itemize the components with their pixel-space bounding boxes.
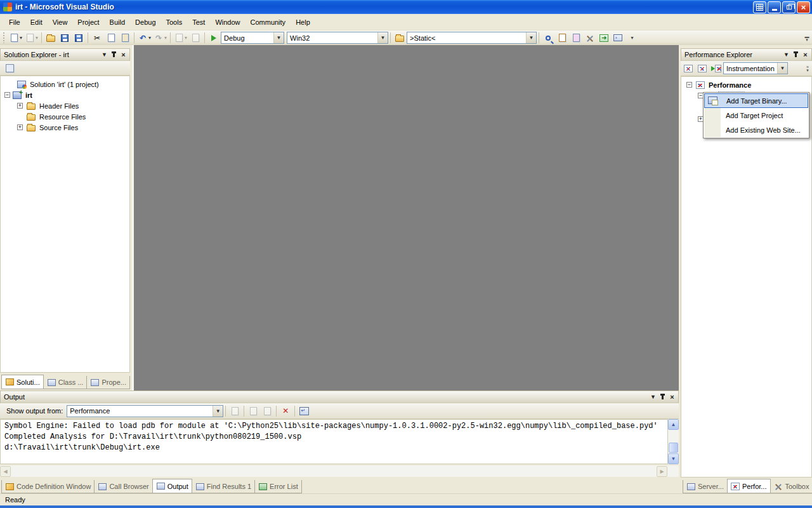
scroll-right-button[interactable]: ▶ bbox=[657, 466, 667, 477]
output-source-combo[interactable]: Performance ▼ bbox=[67, 405, 223, 417]
scrollbar-thumb[interactable] bbox=[669, 443, 678, 453]
tree-item-performance[interactable]: Performance bbox=[681, 79, 811, 90]
previous-message-button[interactable] bbox=[246, 404, 260, 418]
menu-build[interactable]: Build bbox=[105, 16, 130, 29]
chevron-down-icon[interactable]: ▼ bbox=[273, 32, 284, 43]
tree-item-resource-files[interactable]: Resource Files bbox=[1, 111, 129, 122]
chevron-down-icon[interactable]: ▼ bbox=[377, 32, 388, 43]
tab-solution-explorer[interactable]: Soluti... bbox=[1, 375, 44, 389]
new-project-button[interactable]: ▾ bbox=[8, 31, 23, 44]
tree-item-header-files[interactable]: Header Files bbox=[1, 100, 129, 111]
solution-platforms-combo[interactable]: Win32 ▼ bbox=[287, 32, 388, 44]
find-in-files-button[interactable] bbox=[393, 31, 407, 44]
menu-edit[interactable]: Edit bbox=[25, 16, 48, 29]
tab-call-browser[interactable]: Call Browser bbox=[94, 480, 152, 493]
menu-help[interactable]: Help bbox=[291, 16, 315, 29]
start-debugging-button[interactable] bbox=[207, 31, 221, 44]
start-page-button[interactable]: ➜ bbox=[597, 31, 611, 44]
close-button[interactable]: × bbox=[797, 1, 810, 13]
chevron-down-icon[interactable]: ▼ bbox=[213, 406, 223, 417]
expand-icon[interactable] bbox=[17, 124, 23, 130]
collapse-icon[interactable] bbox=[4, 92, 10, 98]
menu-community[interactable]: Community bbox=[246, 16, 291, 29]
toolbar-options-button[interactable]: ▬▾ bbox=[803, 35, 811, 41]
undo-button[interactable]: ↶▾ bbox=[136, 31, 152, 44]
toolbar-more-button[interactable]: ▾ bbox=[625, 31, 639, 44]
chevron-down-icon[interactable]: ▼ bbox=[526, 32, 536, 43]
collapse-icon[interactable] bbox=[686, 82, 692, 88]
menu-item-add-target-project[interactable]: Add Target Project bbox=[704, 108, 808, 123]
scroll-left-button[interactable]: ◀ bbox=[0, 466, 11, 477]
auto-hide-button[interactable] bbox=[791, 50, 801, 59]
next-message-button[interactable] bbox=[260, 404, 274, 418]
clear-all-button[interactable]: ✕ bbox=[278, 404, 292, 418]
tree-item-source-files[interactable]: Source Files bbox=[1, 122, 129, 133]
expand-icon[interactable] bbox=[17, 103, 23, 109]
navigate-forward-button[interactable] bbox=[188, 31, 202, 44]
paste-button[interactable] bbox=[118, 31, 132, 44]
minimize-button[interactable] bbox=[768, 1, 781, 13]
profiling-method-combo[interactable]: Instrumentation ▼ bbox=[723, 62, 788, 74]
new-performance-session-button[interactable] bbox=[695, 62, 709, 75]
close-panel-button[interactable]: × bbox=[119, 50, 128, 59]
find-combo[interactable]: >Static< ▼ bbox=[407, 32, 537, 44]
launch-with-profiling-button[interactable] bbox=[709, 62, 723, 75]
menu-item-add-existing-web-site[interactable]: Add Existing Web Site... bbox=[704, 123, 808, 137]
scroll-down-button[interactable]: ▼ bbox=[668, 453, 679, 464]
menu-project[interactable]: Project bbox=[72, 16, 104, 29]
toolbar-options-button[interactable]: »▾ bbox=[804, 65, 811, 72]
tab-server-explorer[interactable]: Server... bbox=[683, 480, 728, 493]
save-all-button[interactable] bbox=[72, 31, 86, 44]
output-horizontal-scrollbar[interactable]: ◀ ▶ bbox=[0, 465, 679, 477]
navigate-backward-button[interactable]: ▾ bbox=[173, 31, 188, 44]
properties-button[interactable] bbox=[3, 62, 16, 75]
tab-performance-explorer[interactable]: Perfor... bbox=[727, 479, 771, 493]
close-panel-button[interactable]: × bbox=[667, 392, 677, 401]
menu-test[interactable]: Test bbox=[187, 16, 210, 29]
solution-configurations-combo[interactable]: Debug ▼ bbox=[221, 32, 284, 44]
save-button[interactable] bbox=[58, 31, 72, 44]
auto-hide-button[interactable] bbox=[658, 392, 667, 401]
add-item-button[interactable]: ▾ bbox=[23, 31, 39, 44]
menu-view[interactable]: View bbox=[48, 16, 73, 29]
tree-item-solution[interactable]: Solution 'irt' (1 project) bbox=[1, 79, 129, 90]
cut-button[interactable]: ✂ bbox=[90, 31, 104, 44]
menu-file[interactable]: File bbox=[4, 16, 25, 29]
menu-tools[interactable]: Tools bbox=[161, 16, 188, 29]
tab-code-definition-window[interactable]: Code Definition Window bbox=[1, 480, 95, 493]
restore-button[interactable] bbox=[782, 1, 796, 13]
tab-toolbox[interactable]: Toolbox bbox=[770, 480, 812, 493]
tab-output[interactable]: Output bbox=[152, 479, 192, 493]
menu-item-add-target-binary[interactable]: Add Target Binary... bbox=[704, 93, 808, 108]
redo-button[interactable]: ↷▾ bbox=[152, 31, 168, 44]
properties-window-button[interactable] bbox=[555, 31, 569, 44]
performance-explorer-header[interactable]: Performance Explorer ▼ × bbox=[681, 48, 812, 61]
window-position-button[interactable]: ▼ bbox=[782, 50, 791, 59]
solution-explorer-button[interactable] bbox=[541, 31, 555, 44]
find-message-button[interactable] bbox=[228, 404, 242, 418]
window-titlebar[interactable]: irt - Microsoft Visual Studio × bbox=[0, 0, 812, 14]
auto-hide-button[interactable] bbox=[109, 50, 119, 59]
launch-performance-wizard-button[interactable] bbox=[681, 62, 695, 75]
word-wrap-button[interactable]: ↵ bbox=[297, 404, 311, 418]
tab-class-view[interactable]: Class ... bbox=[43, 376, 88, 389]
scroll-up-button[interactable]: ▲ bbox=[668, 419, 679, 430]
open-file-button[interactable] bbox=[44, 31, 58, 44]
object-browser-button[interactable] bbox=[569, 31, 583, 44]
output-vertical-scrollbar[interactable]: ▲ ▼ bbox=[668, 419, 679, 464]
tab-find-results-1[interactable]: Find Results 1 bbox=[192, 480, 255, 493]
toolbar-grip[interactable] bbox=[3, 32, 6, 43]
copy-button[interactable] bbox=[104, 31, 118, 44]
toolbox-button[interactable] bbox=[583, 31, 597, 44]
close-panel-button[interactable]: × bbox=[801, 50, 810, 59]
window-position-button[interactable]: ▼ bbox=[100, 50, 109, 59]
chevron-down-icon[interactable]: ▼ bbox=[777, 63, 787, 74]
output-header[interactable]: Output ▼ × bbox=[0, 391, 679, 403]
menu-window[interactable]: Window bbox=[210, 16, 245, 29]
menu-debug[interactable]: Debug bbox=[130, 16, 160, 29]
output-text[interactable]: Symbol Engine: Failed to load pdb for mo… bbox=[0, 419, 668, 464]
solution-explorer-header[interactable]: Solution Explorer - irt ▼ × bbox=[0, 48, 130, 61]
grid-button[interactable] bbox=[753, 1, 766, 13]
command-window-button[interactable]: › bbox=[611, 31, 625, 44]
tree-item-project[interactable]: irt bbox=[1, 90, 129, 100]
